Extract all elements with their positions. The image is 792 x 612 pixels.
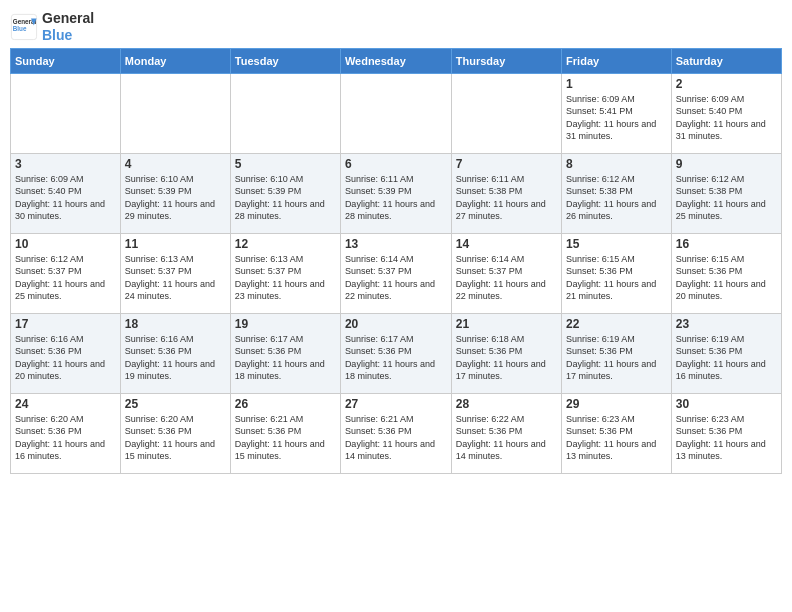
page-header: General Blue General Blue	[10, 10, 782, 44]
day-info: Sunrise: 6:09 AM Sunset: 5:40 PM Dayligh…	[15, 173, 116, 223]
svg-text:Blue: Blue	[13, 25, 27, 32]
weekday-header: Wednesday	[340, 48, 451, 73]
calendar-cell: 26Sunrise: 6:21 AM Sunset: 5:36 PM Dayli…	[230, 393, 340, 473]
day-info: Sunrise: 6:23 AM Sunset: 5:36 PM Dayligh…	[676, 413, 777, 463]
calendar-header-row: SundayMondayTuesdayWednesdayThursdayFrid…	[11, 48, 782, 73]
calendar-table: SundayMondayTuesdayWednesdayThursdayFrid…	[10, 48, 782, 474]
calendar-cell: 30Sunrise: 6:23 AM Sunset: 5:36 PM Dayli…	[671, 393, 781, 473]
calendar-cell: 2Sunrise: 6:09 AM Sunset: 5:40 PM Daylig…	[671, 73, 781, 153]
calendar-cell: 29Sunrise: 6:23 AM Sunset: 5:36 PM Dayli…	[562, 393, 672, 473]
logo-icon: General Blue	[10, 13, 38, 41]
day-number: 28	[456, 397, 557, 411]
day-info: Sunrise: 6:19 AM Sunset: 5:36 PM Dayligh…	[676, 333, 777, 383]
calendar-week-row: 10Sunrise: 6:12 AM Sunset: 5:37 PM Dayli…	[11, 233, 782, 313]
day-number: 24	[15, 397, 116, 411]
calendar-cell: 21Sunrise: 6:18 AM Sunset: 5:36 PM Dayli…	[451, 313, 561, 393]
calendar-cell: 17Sunrise: 6:16 AM Sunset: 5:36 PM Dayli…	[11, 313, 121, 393]
day-number: 11	[125, 237, 226, 251]
day-number: 3	[15, 157, 116, 171]
logo-text: General Blue	[42, 10, 94, 44]
day-number: 22	[566, 317, 667, 331]
day-info: Sunrise: 6:20 AM Sunset: 5:36 PM Dayligh…	[125, 413, 226, 463]
calendar-week-row: 17Sunrise: 6:16 AM Sunset: 5:36 PM Dayli…	[11, 313, 782, 393]
day-number: 14	[456, 237, 557, 251]
day-info: Sunrise: 6:14 AM Sunset: 5:37 PM Dayligh…	[345, 253, 447, 303]
weekday-header: Sunday	[11, 48, 121, 73]
day-info: Sunrise: 6:15 AM Sunset: 5:36 PM Dayligh…	[676, 253, 777, 303]
day-number: 19	[235, 317, 336, 331]
day-info: Sunrise: 6:10 AM Sunset: 5:39 PM Dayligh…	[235, 173, 336, 223]
day-info: Sunrise: 6:10 AM Sunset: 5:39 PM Dayligh…	[125, 173, 226, 223]
day-info: Sunrise: 6:12 AM Sunset: 5:38 PM Dayligh…	[566, 173, 667, 223]
calendar-cell: 1Sunrise: 6:09 AM Sunset: 5:41 PM Daylig…	[562, 73, 672, 153]
calendar-cell	[340, 73, 451, 153]
day-info: Sunrise: 6:21 AM Sunset: 5:36 PM Dayligh…	[345, 413, 447, 463]
day-number: 6	[345, 157, 447, 171]
calendar-cell: 4Sunrise: 6:10 AM Sunset: 5:39 PM Daylig…	[120, 153, 230, 233]
day-info: Sunrise: 6:12 AM Sunset: 5:38 PM Dayligh…	[676, 173, 777, 223]
day-info: Sunrise: 6:11 AM Sunset: 5:38 PM Dayligh…	[456, 173, 557, 223]
calendar-week-row: 24Sunrise: 6:20 AM Sunset: 5:36 PM Dayli…	[11, 393, 782, 473]
calendar-cell: 19Sunrise: 6:17 AM Sunset: 5:36 PM Dayli…	[230, 313, 340, 393]
calendar-cell: 9Sunrise: 6:12 AM Sunset: 5:38 PM Daylig…	[671, 153, 781, 233]
calendar-cell	[230, 73, 340, 153]
calendar-cell: 7Sunrise: 6:11 AM Sunset: 5:38 PM Daylig…	[451, 153, 561, 233]
calendar-cell: 28Sunrise: 6:22 AM Sunset: 5:36 PM Dayli…	[451, 393, 561, 473]
day-number: 7	[456, 157, 557, 171]
calendar-cell: 6Sunrise: 6:11 AM Sunset: 5:39 PM Daylig…	[340, 153, 451, 233]
day-number: 12	[235, 237, 336, 251]
calendar-cell: 25Sunrise: 6:20 AM Sunset: 5:36 PM Dayli…	[120, 393, 230, 473]
weekday-header: Thursday	[451, 48, 561, 73]
calendar-week-row: 3Sunrise: 6:09 AM Sunset: 5:40 PM Daylig…	[11, 153, 782, 233]
day-info: Sunrise: 6:22 AM Sunset: 5:36 PM Dayligh…	[456, 413, 557, 463]
calendar-cell: 8Sunrise: 6:12 AM Sunset: 5:38 PM Daylig…	[562, 153, 672, 233]
day-info: Sunrise: 6:12 AM Sunset: 5:37 PM Dayligh…	[15, 253, 116, 303]
day-info: Sunrise: 6:09 AM Sunset: 5:41 PM Dayligh…	[566, 93, 667, 143]
day-info: Sunrise: 6:20 AM Sunset: 5:36 PM Dayligh…	[15, 413, 116, 463]
calendar-cell: 20Sunrise: 6:17 AM Sunset: 5:36 PM Dayli…	[340, 313, 451, 393]
day-info: Sunrise: 6:11 AM Sunset: 5:39 PM Dayligh…	[345, 173, 447, 223]
day-number: 2	[676, 77, 777, 91]
day-info: Sunrise: 6:13 AM Sunset: 5:37 PM Dayligh…	[235, 253, 336, 303]
day-number: 1	[566, 77, 667, 91]
day-number: 18	[125, 317, 226, 331]
day-info: Sunrise: 6:14 AM Sunset: 5:37 PM Dayligh…	[456, 253, 557, 303]
weekday-header: Saturday	[671, 48, 781, 73]
day-info: Sunrise: 6:13 AM Sunset: 5:37 PM Dayligh…	[125, 253, 226, 303]
calendar-cell: 14Sunrise: 6:14 AM Sunset: 5:37 PM Dayli…	[451, 233, 561, 313]
calendar-cell	[451, 73, 561, 153]
calendar-cell: 5Sunrise: 6:10 AM Sunset: 5:39 PM Daylig…	[230, 153, 340, 233]
calendar-cell: 11Sunrise: 6:13 AM Sunset: 5:37 PM Dayli…	[120, 233, 230, 313]
day-number: 13	[345, 237, 447, 251]
calendar-cell: 13Sunrise: 6:14 AM Sunset: 5:37 PM Dayli…	[340, 233, 451, 313]
calendar-cell	[120, 73, 230, 153]
day-info: Sunrise: 6:09 AM Sunset: 5:40 PM Dayligh…	[676, 93, 777, 143]
day-number: 23	[676, 317, 777, 331]
day-info: Sunrise: 6:21 AM Sunset: 5:36 PM Dayligh…	[235, 413, 336, 463]
day-number: 8	[566, 157, 667, 171]
day-number: 26	[235, 397, 336, 411]
weekday-header: Tuesday	[230, 48, 340, 73]
calendar-cell: 10Sunrise: 6:12 AM Sunset: 5:37 PM Dayli…	[11, 233, 121, 313]
day-number: 20	[345, 317, 447, 331]
calendar-cell: 22Sunrise: 6:19 AM Sunset: 5:36 PM Dayli…	[562, 313, 672, 393]
calendar-cell: 16Sunrise: 6:15 AM Sunset: 5:36 PM Dayli…	[671, 233, 781, 313]
day-info: Sunrise: 6:16 AM Sunset: 5:36 PM Dayligh…	[15, 333, 116, 383]
calendar-week-row: 1Sunrise: 6:09 AM Sunset: 5:41 PM Daylig…	[11, 73, 782, 153]
day-info: Sunrise: 6:23 AM Sunset: 5:36 PM Dayligh…	[566, 413, 667, 463]
day-info: Sunrise: 6:16 AM Sunset: 5:36 PM Dayligh…	[125, 333, 226, 383]
weekday-header: Friday	[562, 48, 672, 73]
calendar-cell: 12Sunrise: 6:13 AM Sunset: 5:37 PM Dayli…	[230, 233, 340, 313]
day-number: 17	[15, 317, 116, 331]
day-number: 21	[456, 317, 557, 331]
calendar-cell: 3Sunrise: 6:09 AM Sunset: 5:40 PM Daylig…	[11, 153, 121, 233]
day-number: 5	[235, 157, 336, 171]
day-number: 16	[676, 237, 777, 251]
calendar-cell: 27Sunrise: 6:21 AM Sunset: 5:36 PM Dayli…	[340, 393, 451, 473]
day-number: 29	[566, 397, 667, 411]
day-info: Sunrise: 6:15 AM Sunset: 5:36 PM Dayligh…	[566, 253, 667, 303]
calendar-cell: 15Sunrise: 6:15 AM Sunset: 5:36 PM Dayli…	[562, 233, 672, 313]
day-info: Sunrise: 6:17 AM Sunset: 5:36 PM Dayligh…	[345, 333, 447, 383]
calendar-cell	[11, 73, 121, 153]
day-info: Sunrise: 6:18 AM Sunset: 5:36 PM Dayligh…	[456, 333, 557, 383]
